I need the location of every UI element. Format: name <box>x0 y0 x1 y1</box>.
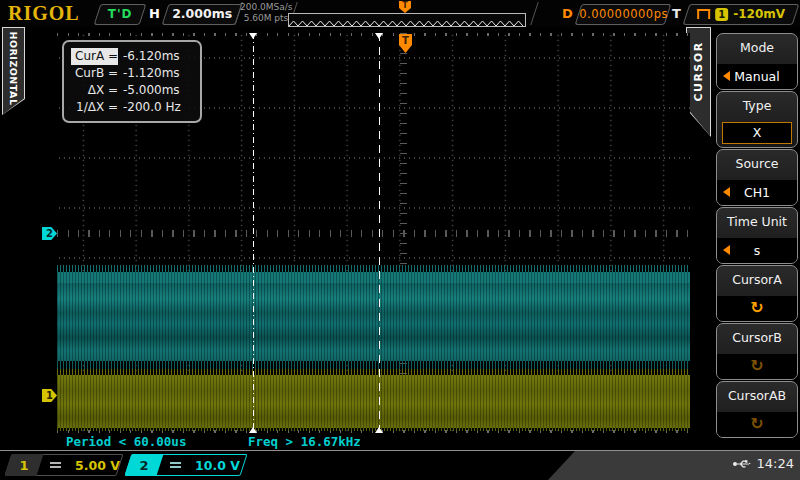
type-label: Type <box>717 92 797 120</box>
menu-button-time-unit[interactable]: Time Unit s <box>716 207 798 264</box>
rotate-knob-icon[interactable]: ↻ <box>717 296 797 321</box>
trigger-status-badge: T'D <box>94 4 147 25</box>
menu-button-cursor-b[interactable]: CursorB ↻ <box>716 323 798 380</box>
dc-coupling-icon <box>170 462 181 468</box>
dc-coupling-icon <box>50 462 61 468</box>
mode-label: Mode <box>717 34 797 62</box>
sample-rate: 200.0MSa/s <box>240 2 292 13</box>
measurement-readouts: Period < 60.00us Freq > 16.67kHz <box>66 434 361 449</box>
cursor-b-label: CurB = <box>71 65 118 82</box>
readout-row: ΔX = -5.000ms <box>71 82 193 99</box>
readout-row: CurB = -1.120ms <box>71 65 193 82</box>
trigger-level-value: -120mV <box>733 7 785 21</box>
cursor-b-value: -1.120ms <box>123 65 180 82</box>
cursor-b-top-marker[interactable] <box>375 33 383 39</box>
channel2-status-box[interactable]: 2 10.0 V <box>128 454 244 476</box>
inverse-delta-x-label: 1/ΔX = <box>71 99 118 116</box>
menu-button-source[interactable]: Source CH1 <box>716 149 798 206</box>
delay-readout[interactable]: 0.00000000ps <box>575 4 672 25</box>
bottom-status-bar: 1 5.00 V 2 10.0 V 14:24 <box>0 450 800 480</box>
left-arrow-icon <box>723 71 730 81</box>
trigger-settings-readout[interactable]: 1 -120mV <box>683 4 800 25</box>
readout-row: CurA = -6.120ms <box>71 48 193 65</box>
softkey-menu: Mode Manual Type X Source CH1 Time Unit … <box>711 27 800 450</box>
channel2-number: 2 <box>128 458 160 473</box>
cursor-b-line[interactable] <box>379 33 380 433</box>
cursor-tab-label: CURSOR <box>692 41 705 101</box>
memory-depth: 5.60M pts <box>240 13 292 24</box>
timebase-value: 2.000ms <box>166 5 238 23</box>
usb-icon <box>732 458 752 470</box>
horizontal-label: H <box>149 6 160 21</box>
cursor-readout-box: CurA = -6.120ms CurB = -1.120ms ΔX = -5.… <box>62 40 202 123</box>
trigger-position-marker-icon[interactable]: T <box>399 1 411 13</box>
type-value: X <box>722 122 792 144</box>
channel1-number: 1 <box>8 458 40 473</box>
delay-value: 0.00000000ps <box>579 5 667 23</box>
time-unit-label: Time Unit <box>717 208 797 236</box>
waveform-preview-strip[interactable] <box>288 13 526 27</box>
horizontal-tab-label: HORIZONTAL <box>8 31 19 105</box>
acquisition-info: 200.0MSa/s 5.60M pts <box>240 2 292 24</box>
oscilloscope-screen: RIGOL T'D H 2.000ms 200.0MSa/s 5.60M pts… <box>0 0 800 480</box>
readout-row: 1/ΔX = -200.0 Hz <box>71 99 193 116</box>
menu-button-mode[interactable]: Mode Manual <box>716 33 798 90</box>
clock: 14:24 <box>757 456 794 471</box>
cursor-a-line[interactable] <box>253 33 254 433</box>
cursor-a-value: -6.120ms <box>123 48 180 65</box>
rigol-logo: RIGOL <box>8 2 80 25</box>
tab-horizontal[interactable]: HORIZONTAL <box>2 27 25 127</box>
delay-label: D <box>562 6 573 21</box>
divider <box>530 2 538 25</box>
rotate-knob-icon[interactable]: ↻ <box>717 412 797 437</box>
inverse-delta-x-value: -200.0 Hz <box>123 99 181 116</box>
left-arrow-icon <box>723 187 730 197</box>
menu-button-type[interactable]: Type X <box>716 91 798 148</box>
channel2-position-tag[interactable]: 2 <box>42 227 57 240</box>
channel1-status-box[interactable]: 1 5.00 V <box>8 454 120 476</box>
trigger-status-text: T'D <box>98 5 142 23</box>
rising-edge-icon <box>697 9 710 19</box>
channel1-waveform <box>57 375 690 428</box>
channel1-scale: 5.00 V <box>75 458 120 473</box>
source-label: Source <box>717 150 797 178</box>
frequency-measurement: Freq > 16.67kHz <box>248 434 361 449</box>
delta-x-label: ΔX = <box>71 82 118 99</box>
timebase-readout[interactable]: 2.000ms <box>162 4 243 25</box>
waveform-preview <box>289 19 523 29</box>
cursor-a-button-label: CursorA <box>717 266 797 294</box>
cursor-a-top-marker[interactable] <box>249 33 257 39</box>
cursor-a-bottom-marker[interactable] <box>249 427 257 433</box>
trigger-label: T <box>672 6 681 21</box>
trigger-channel-badge: 1 <box>715 8 728 21</box>
menu-button-cursor-a[interactable]: CursorA ↻ <box>716 265 798 322</box>
channel2-waveform <box>57 272 690 361</box>
period-measurement: Period < 60.00us <box>66 434 186 449</box>
graticule-center-axis-horizontal <box>57 230 690 237</box>
delta-x-value: -5.000ms <box>123 82 180 99</box>
top-status-bar: RIGOL T'D H 2.000ms 200.0MSa/s 5.60M pts… <box>0 0 800 27</box>
clock-area: 14:24 <box>732 456 794 471</box>
left-arrow-icon <box>723 245 730 255</box>
cursor-b-bottom-marker[interactable] <box>375 427 383 433</box>
cursor-b-button-label: CursorB <box>717 324 797 352</box>
cursor-a-label: CurA = <box>71 48 118 65</box>
channel2-scale: 10.0 V <box>195 458 240 473</box>
rotate-knob-icon[interactable]: ↻ <box>717 354 797 379</box>
cursor-ab-button-label: CursorAB <box>717 382 797 410</box>
graticule-edge-ticks <box>57 33 690 36</box>
channel1-position-tag[interactable]: 1 <box>42 389 57 402</box>
menu-button-cursor-ab[interactable]: CursorAB ↻ <box>716 381 798 438</box>
